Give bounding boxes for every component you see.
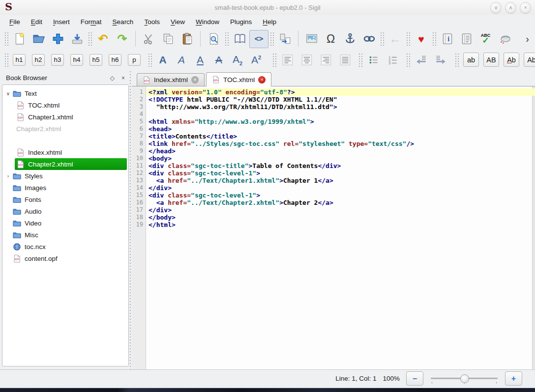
tree-item-misc[interactable]: Misc (2, 229, 128, 241)
insert-image-button[interactable] (302, 30, 321, 48)
insert-anchor-button[interactable] (340, 30, 359, 48)
toolbar-handle[interactable] (225, 32, 229, 46)
insert-special-character-button[interactable]: Ω (321, 30, 340, 48)
numbered-list-button[interactable]: 123 (383, 51, 402, 69)
heading-h6-button[interactable]: h6 (109, 54, 121, 66)
menu-format[interactable]: Format (75, 16, 107, 28)
paste-button[interactable] (178, 30, 197, 48)
bold-button[interactable]: A (153, 52, 172, 68)
tree-item-images[interactable]: Images (2, 182, 128, 194)
copy-button[interactable] (158, 30, 178, 48)
tree-item-video[interactable]: Video (2, 217, 128, 229)
undo-button[interactable]: ↶ (93, 30, 113, 48)
code-line[interactable] (147, 111, 535, 118)
toolbar-handle[interactable] (4, 53, 8, 67)
menu-view[interactable]: View (165, 16, 190, 28)
menu-tools[interactable]: Tools (139, 16, 165, 28)
bullet-list-button[interactable] (364, 51, 383, 69)
spellcheck-button[interactable]: ABC✓ (476, 30, 495, 48)
zoom-in-button[interactable]: + (505, 371, 522, 386)
minimize-button[interactable]: ∨ (490, 2, 502, 13)
menu-window[interactable]: Window (190, 16, 225, 28)
menu-search[interactable]: Search (107, 16, 139, 28)
menu-help[interactable]: Help (257, 16, 282, 28)
code-line[interactable]: <a href="../Text/Chapter1.xhtml">Chapter… (147, 177, 535, 184)
toolbar-handle[interactable] (88, 32, 92, 46)
code-line[interactable]: <div class="sgc-toc-level-1"> (147, 192, 535, 199)
underline-button[interactable]: A (191, 52, 209, 68)
heading-h2-button[interactable]: h2 (32, 54, 45, 66)
strikethrough-button[interactable]: A (209, 52, 228, 68)
toolbar-handle[interactable] (432, 32, 436, 46)
tree-item-toc-xhtml[interactable]: </>TOC.xhtml (2, 99, 128, 111)
toolbar-handle[interactable] (380, 32, 384, 46)
code-line[interactable]: </html> (147, 221, 535, 228)
heading-h3-button[interactable]: h3 (51, 54, 64, 66)
code-view-button[interactable]: <> (249, 30, 268, 48)
open-button[interactable] (29, 30, 48, 48)
code-line[interactable]: <html xmlns="http://www.w3.org/1999/xhtm… (147, 118, 535, 125)
back-button[interactable]: ← (386, 30, 405, 48)
code-line[interactable]: </div> (147, 184, 535, 192)
close-button[interactable]: × (520, 2, 531, 13)
code-line[interactable]: </head> (147, 147, 535, 155)
new-file-button[interactable] (10, 30, 29, 48)
redo-button[interactable]: ↷ (113, 30, 132, 48)
menu-file[interactable]: File (4, 16, 26, 28)
case-button-1[interactable]: AB (483, 53, 499, 67)
tree-item-styles[interactable]: ›Styles (2, 170, 128, 182)
insert-link-button[interactable] (359, 30, 379, 48)
tree-item-chapter1-xhtml[interactable]: </>Chapter1.xhtml (2, 111, 128, 123)
heading-h5-button[interactable]: h5 (89, 54, 102, 66)
code-editor[interactable]: 12345678910111213141516171819 <?xml vers… (132, 86, 535, 369)
code-line[interactable]: </div> (147, 206, 535, 214)
tree-item-fonts[interactable]: Fonts (2, 194, 128, 205)
tree-item-audio[interactable]: Audio (2, 205, 128, 217)
tab-close-icon[interactable]: × (191, 76, 199, 84)
mend-clean-button[interactable] (495, 30, 514, 48)
toc-editor-button[interactable] (457, 30, 476, 48)
split-section-button[interactable] (275, 30, 295, 48)
find-replace-button[interactable] (204, 30, 223, 48)
code-line[interactable]: <title>Contents</title> (147, 133, 535, 140)
toolbar-handle[interactable] (406, 32, 410, 46)
toolbar-handle[interactable] (272, 53, 276, 67)
code-line[interactable]: <head> (147, 125, 535, 133)
subscript-button[interactable]: A2 (228, 52, 247, 68)
superscript-button[interactable]: A2 (247, 52, 266, 68)
outdent-button[interactable] (412, 51, 431, 69)
toolbar-overflow-button[interactable]: › (526, 33, 529, 45)
toolbar-handle[interactable] (406, 53, 410, 67)
book-view-button[interactable] (230, 30, 249, 48)
toolbar-handle[interactable] (4, 32, 8, 46)
add-existing-files-button[interactable] (48, 30, 67, 48)
italic-button[interactable]: A (172, 52, 191, 68)
donate-button[interactable]: ♥ (412, 30, 431, 48)
align-justify-button[interactable] (335, 51, 355, 69)
panel-float-icon[interactable]: ◇ (110, 75, 115, 82)
indent-button[interactable] (431, 51, 450, 69)
code-line[interactable]: "http://www.w3.org/TR/xhtml11/DTD/xhtml1… (147, 103, 535, 111)
metadata-editor-button[interactable]: i (438, 30, 457, 48)
tab-index-xhtml[interactable]: </>Index.xhtml× (137, 73, 205, 86)
toolbar-handle[interactable] (148, 53, 152, 67)
tree-item-chapter2-xhtml[interactable]: </>Chapter2.xhtml (2, 158, 128, 170)
case-button-3[interactable]: Ab (524, 53, 535, 67)
tab-close-icon[interactable]: × (258, 76, 266, 84)
zoom-out-button[interactable]: − (406, 371, 423, 386)
tree-item-index-xhtml[interactable]: </>Index.xhtml (2, 146, 128, 158)
code-line[interactable]: <div class="sgc-toc-level-1"> (147, 169, 535, 177)
heading-h4-button[interactable]: h4 (70, 54, 83, 66)
toolbar-handle[interactable] (270, 32, 274, 46)
tree-item-content-opf[interactable]: </>content.opf (2, 252, 128, 264)
code-line[interactable]: </body> (147, 214, 535, 221)
zoom-slider-handle[interactable] (460, 374, 469, 383)
align-right-button[interactable] (316, 51, 335, 69)
menu-plugins[interactable]: Plugins (225, 16, 257, 28)
panel-close-icon[interactable]: × (121, 75, 125, 82)
menu-edit[interactable]: Edit (26, 16, 48, 28)
align-center-button[interactable] (297, 51, 316, 69)
align-left-button[interactable] (278, 51, 297, 69)
toolbar-handle[interactable] (455, 53, 459, 67)
cut-button[interactable] (139, 30, 158, 48)
